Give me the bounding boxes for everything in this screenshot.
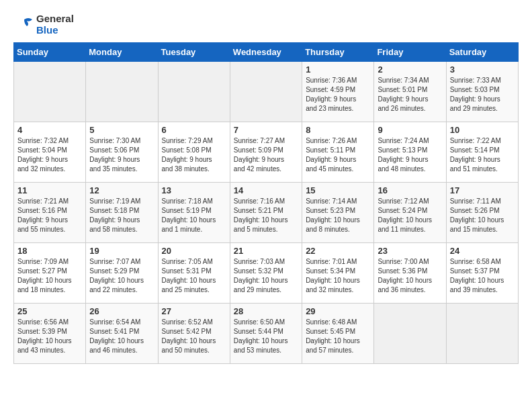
day-number: 21 [234, 246, 298, 256]
day-number: 5 [89, 125, 154, 135]
page-header: General Blue [13, 13, 519, 36]
day-info: Sunrise: 7:19 AM Sunset: 5:18 PM Dayligh… [89, 197, 154, 234]
day-cell [374, 304, 446, 364]
day-info: Sunrise: 7:33 AM Sunset: 5:03 PM Dayligh… [450, 76, 515, 113]
day-info: Sunrise: 7:36 AM Sunset: 4:59 PM Dayligh… [306, 76, 370, 113]
day-info: Sunrise: 7:14 AM Sunset: 5:23 PM Dayligh… [306, 197, 370, 234]
day-number: 23 [378, 246, 442, 256]
day-cell: 11Sunrise: 7:21 AM Sunset: 5:16 PM Dayli… [14, 183, 86, 243]
day-cell: 13Sunrise: 7:18 AM Sunset: 5:19 PM Dayli… [158, 183, 230, 243]
day-info: Sunrise: 7:22 AM Sunset: 5:14 PM Dayligh… [450, 136, 515, 174]
day-info: Sunrise: 6:48 AM Sunset: 5:45 PM Dayligh… [306, 318, 370, 355]
weekday-header-sunday: Sunday [14, 43, 86, 62]
day-cell: 19Sunrise: 7:07 AM Sunset: 5:29 PM Dayli… [86, 243, 158, 304]
day-number: 1 [306, 64, 370, 75]
day-info: Sunrise: 6:50 AM Sunset: 5:44 PM Dayligh… [234, 318, 298, 355]
day-info: Sunrise: 7:16 AM Sunset: 5:21 PM Dayligh… [234, 197, 298, 234]
day-info: Sunrise: 7:32 AM Sunset: 5:04 PM Dayligh… [17, 136, 82, 174]
day-number: 27 [162, 306, 226, 316]
day-number: 7 [234, 125, 298, 135]
day-number: 11 [17, 185, 82, 195]
day-info: Sunrise: 7:05 AM Sunset: 5:31 PM Dayligh… [162, 257, 226, 295]
day-info: Sunrise: 7:03 AM Sunset: 5:32 PM Dayligh… [234, 257, 298, 295]
day-cell: 27Sunrise: 6:52 AM Sunset: 5:42 PM Dayli… [158, 304, 230, 364]
day-cell: 10Sunrise: 7:22 AM Sunset: 5:14 PM Dayli… [446, 122, 518, 183]
day-number: 12 [89, 185, 154, 195]
day-cell [158, 62, 230, 122]
day-info: Sunrise: 7:29 AM Sunset: 5:08 PM Dayligh… [162, 136, 226, 174]
week-row-5: 25Sunrise: 6:56 AM Sunset: 5:39 PM Dayli… [14, 304, 519, 364]
weekday-header-tuesday: Tuesday [158, 43, 230, 62]
day-number: 16 [378, 185, 442, 195]
weekday-header-monday: Monday [86, 43, 158, 62]
day-number: 8 [306, 125, 370, 135]
day-cell: 22Sunrise: 7:01 AM Sunset: 5:34 PM Dayli… [302, 243, 374, 304]
day-number: 24 [450, 246, 515, 256]
day-cell: 14Sunrise: 7:16 AM Sunset: 5:21 PM Dayli… [230, 183, 302, 243]
day-number: 15 [306, 185, 370, 195]
day-number: 4 [17, 125, 82, 135]
day-info: Sunrise: 7:18 AM Sunset: 5:19 PM Dayligh… [162, 197, 226, 234]
day-info: Sunrise: 7:27 AM Sunset: 5:09 PM Dayligh… [234, 136, 298, 174]
day-number: 14 [234, 185, 298, 195]
day-cell: 4Sunrise: 7:32 AM Sunset: 5:04 PM Daylig… [14, 122, 86, 183]
day-cell: 21Sunrise: 7:03 AM Sunset: 5:32 PM Dayli… [230, 243, 302, 304]
day-info: Sunrise: 7:00 AM Sunset: 5:36 PM Dayligh… [378, 257, 442, 295]
day-info: Sunrise: 7:21 AM Sunset: 5:16 PM Dayligh… [17, 197, 82, 234]
day-info: Sunrise: 7:07 AM Sunset: 5:29 PM Dayligh… [89, 257, 154, 295]
day-info: Sunrise: 7:26 AM Sunset: 5:11 PM Dayligh… [306, 136, 370, 174]
day-cell [446, 304, 518, 364]
day-cell: 8Sunrise: 7:26 AM Sunset: 5:11 PM Daylig… [302, 122, 374, 183]
day-cell: 26Sunrise: 6:54 AM Sunset: 5:41 PM Dayli… [86, 304, 158, 364]
day-info: Sunrise: 7:12 AM Sunset: 5:24 PM Dayligh… [378, 197, 442, 234]
day-number: 18 [17, 246, 82, 256]
day-cell: 23Sunrise: 7:00 AM Sunset: 5:36 PM Dayli… [374, 243, 446, 304]
day-number: 10 [450, 125, 515, 135]
day-info: Sunrise: 7:30 AM Sunset: 5:06 PM Dayligh… [89, 136, 154, 174]
day-cell: 2Sunrise: 7:34 AM Sunset: 5:01 PM Daylig… [374, 62, 446, 122]
weekday-header-thursday: Thursday [302, 43, 374, 62]
day-number: 17 [450, 185, 515, 195]
day-number: 25 [17, 306, 82, 316]
day-cell: 29Sunrise: 6:48 AM Sunset: 5:45 PM Dayli… [302, 304, 374, 364]
day-cell [86, 62, 158, 122]
day-number: 2 [378, 64, 442, 75]
calendar-table: SundayMondayTuesdayWednesdayThursdayFrid… [13, 42, 519, 364]
logo-bird-icon [13, 14, 35, 36]
day-cell: 28Sunrise: 6:50 AM Sunset: 5:44 PM Dayli… [230, 304, 302, 364]
day-number: 29 [306, 306, 370, 316]
weekday-header-wednesday: Wednesday [230, 43, 302, 62]
day-cell: 3Sunrise: 7:33 AM Sunset: 5:03 PM Daylig… [446, 62, 518, 122]
day-cell: 1Sunrise: 7:36 AM Sunset: 4:59 PM Daylig… [302, 62, 374, 122]
day-cell: 15Sunrise: 7:14 AM Sunset: 5:23 PM Dayli… [302, 183, 374, 243]
week-row-1: 1Sunrise: 7:36 AM Sunset: 4:59 PM Daylig… [14, 62, 519, 122]
day-number: 9 [378, 125, 442, 135]
day-cell [230, 62, 302, 122]
day-info: Sunrise: 6:54 AM Sunset: 5:41 PM Dayligh… [89, 318, 154, 355]
day-cell: 12Sunrise: 7:19 AM Sunset: 5:18 PM Dayli… [86, 183, 158, 243]
logo-text: General Blue [36, 13, 74, 36]
weekday-header-friday: Friday [374, 43, 446, 62]
day-number: 6 [162, 125, 226, 135]
day-info: Sunrise: 7:01 AM Sunset: 5:34 PM Dayligh… [306, 257, 370, 295]
day-info: Sunrise: 7:34 AM Sunset: 5:01 PM Dayligh… [378, 76, 442, 113]
day-cell: 18Sunrise: 7:09 AM Sunset: 5:27 PM Dayli… [14, 243, 86, 304]
week-row-4: 18Sunrise: 7:09 AM Sunset: 5:27 PM Dayli… [14, 243, 519, 304]
day-number: 13 [162, 185, 226, 195]
day-cell: 24Sunrise: 6:58 AM Sunset: 5:37 PM Dayli… [446, 243, 518, 304]
day-cell [14, 62, 86, 122]
day-info: Sunrise: 6:56 AM Sunset: 5:39 PM Dayligh… [17, 318, 82, 355]
day-number: 26 [89, 306, 154, 316]
day-number: 28 [234, 306, 298, 316]
day-cell: 16Sunrise: 7:12 AM Sunset: 5:24 PM Dayli… [374, 183, 446, 243]
day-info: Sunrise: 7:24 AM Sunset: 5:13 PM Dayligh… [378, 136, 442, 174]
day-number: 3 [450, 64, 515, 75]
day-number: 20 [162, 246, 226, 256]
day-cell: 17Sunrise: 7:11 AM Sunset: 5:26 PM Dayli… [446, 183, 518, 243]
day-cell: 5Sunrise: 7:30 AM Sunset: 5:06 PM Daylig… [86, 122, 158, 183]
day-cell: 7Sunrise: 7:27 AM Sunset: 5:09 PM Daylig… [230, 122, 302, 183]
day-info: Sunrise: 7:09 AM Sunset: 5:27 PM Dayligh… [17, 257, 82, 295]
day-number: 19 [89, 246, 154, 256]
day-info: Sunrise: 7:11 AM Sunset: 5:26 PM Dayligh… [450, 197, 515, 234]
logo-container: General Blue [13, 13, 74, 36]
